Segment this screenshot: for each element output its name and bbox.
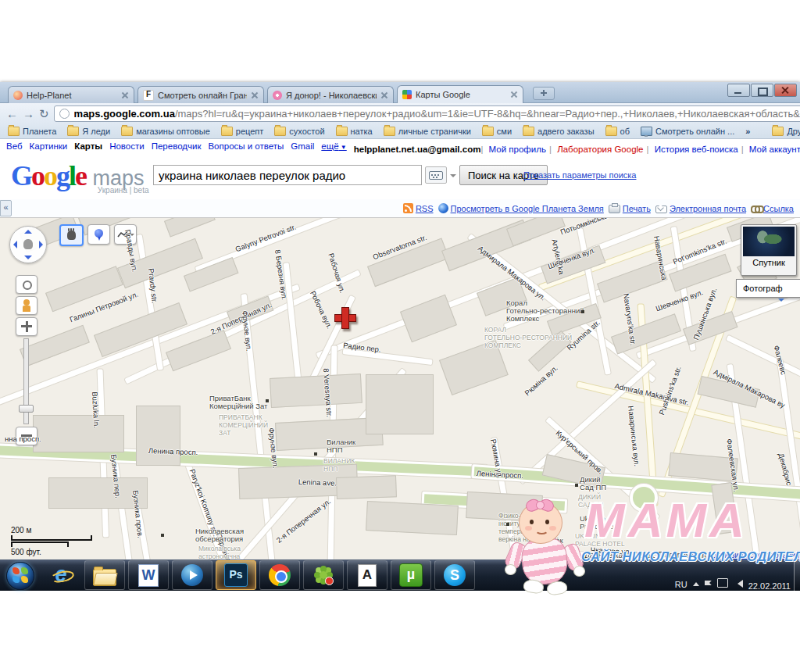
tray-expand-icon[interactable] bbox=[693, 579, 699, 586]
pan-up-arrow[interactable] bbox=[24, 230, 32, 234]
collapse-panel-button[interactable]: « bbox=[0, 200, 12, 216]
pan-right-arrow[interactable] bbox=[39, 241, 43, 248]
clock-date[interactable]: 22.02.2011 bbox=[748, 581, 791, 591]
map-canvas[interactable]: Спутник Фотограф 200 м 500 фут. Данные к… bbox=[0, 218, 800, 563]
map-pan-control[interactable] bbox=[9, 226, 47, 263]
map-toolbar-link[interactable]: Печать bbox=[609, 203, 651, 213]
map-toolbar-link[interactable]: Просмотреть в Google Планета Земля bbox=[438, 203, 604, 213]
pan-left-arrow[interactable] bbox=[13, 241, 17, 248]
tab-close-icon[interactable] bbox=[121, 91, 129, 99]
tab-favicon bbox=[273, 91, 282, 100]
taskbar-item-utorrent[interactable] bbox=[391, 560, 431, 590]
pin-tool-button[interactable] bbox=[88, 224, 110, 245]
other-bookmarks[interactable]: Другие закладки bbox=[772, 127, 800, 136]
desktop: Help-Planet Смотреть онлайн Грань... Я д… bbox=[0, 0, 800, 672]
icq-icon bbox=[312, 564, 334, 586]
bookmark-item[interactable]: рецепт bbox=[221, 127, 264, 136]
google-nav-link[interactable]: Картинки bbox=[30, 141, 68, 156]
tab-close-icon[interactable] bbox=[251, 91, 259, 99]
map-search-input[interactable] bbox=[153, 165, 422, 185]
taskbar-item-photoshop[interactable] bbox=[216, 560, 256, 590]
scale-bar-feet bbox=[11, 542, 69, 547]
taskbar-item-media-player[interactable] bbox=[172, 560, 212, 590]
account-link-wrap: | История веб-поиска bbox=[646, 145, 741, 154]
bookmark-item[interactable]: сми bbox=[482, 127, 512, 136]
account-link[interactable]: Мой профиль bbox=[489, 145, 546, 154]
map-building bbox=[366, 374, 434, 434]
google-nav-link[interactable]: Вопросы и ответы bbox=[208, 141, 284, 156]
zoom-slider-track[interactable] bbox=[23, 338, 29, 424]
browser-tab[interactable]: Смотреть онлайн Грань... bbox=[138, 86, 264, 103]
google-nav-link[interactable]: Переводчик bbox=[152, 141, 202, 156]
bookmark-item[interactable]: личные странички bbox=[384, 127, 471, 136]
taskbar-item-internet-explorer[interactable] bbox=[41, 560, 81, 590]
map-toolbar-link[interactable]: Электронная почта bbox=[655, 204, 746, 213]
action-center-flag-icon[interactable] bbox=[705, 581, 712, 588]
google-nav-link[interactable]: Карты bbox=[74, 141, 102, 156]
address-bar: ← → ↻ maps.google.com.ua/maps?hl=ru&q=ук… bbox=[0, 103, 800, 124]
bookmark-item[interactable]: Я леди bbox=[67, 127, 110, 136]
show-desktop-button[interactable] bbox=[794, 559, 800, 591]
taskbar-item-skype[interactable] bbox=[434, 560, 475, 590]
taskbar-item-icq[interactable] bbox=[303, 560, 344, 590]
search-options-link[interactable]: Показать параметры поиска bbox=[523, 170, 636, 180]
network-icon[interactable] bbox=[717, 578, 728, 588]
account-link[interactable]: Лаборатория Google bbox=[557, 145, 643, 154]
zoom-in-button[interactable] bbox=[16, 317, 38, 336]
google-nav-link[interactable]: ещё bbox=[321, 141, 346, 156]
bookmark-item[interactable]: об bbox=[605, 127, 630, 136]
maximize-button[interactable] bbox=[751, 84, 773, 97]
url-box[interactable]: maps.google.com.ua/maps?hl=ru&q=украина+… bbox=[54, 105, 800, 122]
photos-button[interactable]: Фотограф bbox=[736, 279, 800, 298]
pegman-button[interactable] bbox=[16, 296, 38, 315]
zoom-slider-handle[interactable] bbox=[19, 405, 34, 413]
photos-dropdown-caret[interactable] bbox=[778, 298, 784, 305]
pan-down-arrow[interactable] bbox=[24, 256, 32, 259]
forward-button[interactable]: → bbox=[23, 107, 34, 120]
bookmark-item[interactable]: адвего заказы bbox=[523, 127, 594, 136]
google-nav-link[interactable]: Веб bbox=[6, 141, 23, 156]
taskbar-item-windows-explorer[interactable] bbox=[84, 560, 125, 590]
start-button[interactable] bbox=[6, 562, 34, 590]
hand-tool-button[interactable] bbox=[59, 224, 84, 246]
chrome-icon bbox=[269, 564, 291, 586]
map-toolbar-link[interactable]: RSS bbox=[403, 203, 434, 213]
keyboard-icon[interactable] bbox=[425, 166, 447, 184]
pan-center-hand-icon[interactable] bbox=[23, 239, 33, 249]
minimize-button[interactable] bbox=[727, 84, 750, 97]
bookmark-item[interactable]: магазины оптовые bbox=[121, 127, 210, 136]
bookmark-item[interactable]: Планета bbox=[8, 127, 56, 136]
browser-tab[interactable]: Карты Google bbox=[397, 85, 523, 103]
reload-button[interactable]: ↻ bbox=[39, 107, 49, 121]
bookmark-item[interactable]: сухостой bbox=[274, 127, 324, 136]
maps-header: Google maps Украина | beta Поиск на карт… bbox=[0, 156, 800, 199]
taskbar-item-word[interactable] bbox=[128, 560, 169, 590]
taskbar-item-chrome[interactable] bbox=[259, 560, 300, 590]
bookmarks-overflow-chevron[interactable]: » bbox=[745, 127, 750, 136]
new-tab-button[interactable] bbox=[533, 87, 555, 100]
media-player-icon bbox=[181, 564, 203, 586]
satellite-view-button[interactable]: Спутник bbox=[741, 224, 797, 276]
back-button[interactable]: ← bbox=[6, 107, 18, 120]
account-link[interactable]: История веб-поиска bbox=[655, 145, 738, 154]
google-nav-link[interactable]: Gmail bbox=[291, 141, 314, 156]
tab-close-icon[interactable] bbox=[510, 91, 518, 98]
browser-tab[interactable]: Я донор! - Николаевски... bbox=[267, 86, 394, 103]
google-nav-link[interactable]: Новости bbox=[109, 141, 145, 156]
map-toolbar-link[interactable]: Ссылка bbox=[751, 203, 794, 213]
terms-link[interactable]: Условия использования bbox=[713, 551, 800, 559]
toolbar-link-icon bbox=[751, 203, 761, 213]
bookmark-item[interactable]: Смотреть онлайн ... bbox=[641, 127, 734, 136]
keyboard-dropdown-caret[interactable] bbox=[450, 174, 456, 181]
taskbar-item-text-document[interactable] bbox=[347, 560, 388, 590]
account-link[interactable]: Мой аккаунт bbox=[749, 145, 800, 154]
map-poi-label: ПриватБанк Комерційний Зат bbox=[209, 395, 267, 410]
bookmark-item[interactable]: натка bbox=[336, 127, 373, 136]
speaker-icon[interactable] bbox=[734, 580, 743, 588]
browser-tab[interactable]: Help-Planet bbox=[8, 86, 134, 103]
tab-close-icon[interactable] bbox=[380, 91, 388, 99]
streetview-reset-button[interactable] bbox=[16, 275, 38, 294]
close-button[interactable] bbox=[774, 84, 797, 97]
location-marker-red-cross[interactable] bbox=[334, 307, 355, 327]
language-indicator[interactable]: RU bbox=[675, 580, 688, 589]
